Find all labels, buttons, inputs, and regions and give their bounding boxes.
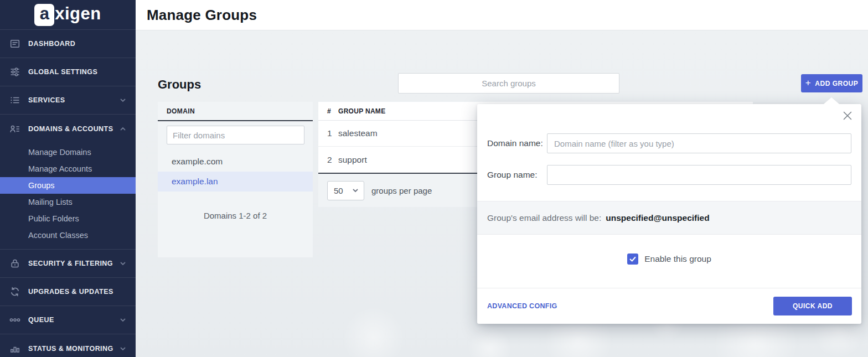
per-page-label: groups per page [371, 186, 432, 195]
per-page-select[interactable]: 50 [327, 181, 364, 200]
section-title: Groups [158, 77, 201, 92]
sidebar-item-manage-accounts[interactable]: Manage Accounts [0, 161, 136, 177]
sub-item-label: Groups [28, 181, 55, 190]
sidebar-item-public-folders[interactable]: Public Folders [0, 210, 136, 227]
enable-group-row: Enable this group [477, 253, 861, 265]
row-number: 1 [318, 128, 338, 138]
sidebar-item-label: STATUS & MONITORING [28, 345, 113, 353]
sidebar-item-queue[interactable]: QUEUE [0, 306, 136, 334]
domain-name-label: Domain name: [487, 138, 543, 148]
row-number: 2 [318, 155, 338, 165]
chevron-down-icon [119, 260, 127, 267]
logo-a-mark: a [34, 4, 54, 26]
chevron-down-icon [352, 187, 359, 194]
sidebar-item-manage-domains[interactable]: Manage Domains [0, 144, 136, 161]
email-prefix-label: Group's email address will be: [487, 213, 601, 223]
per-page-value: 50 [334, 186, 343, 195]
email-preview-value: unspecified@unspecified [606, 213, 709, 223]
topbar: Manage Groups [136, 0, 868, 30]
list-icon [9, 95, 20, 105]
sliders-icon [9, 67, 20, 77]
domain-column-header: DOMAIN [158, 102, 313, 121]
group-name: support [338, 155, 367, 165]
sidebar-item-account-classes[interactable]: Account Classes [0, 227, 136, 244]
sub-item-label: Manage Accounts [28, 164, 92, 173]
sync-icon [9, 287, 20, 297]
popup-domain-name-input[interactable] [547, 133, 851, 153]
domain-row-example-lan[interactable]: example.lan [158, 172, 313, 192]
lock-icon [9, 258, 20, 268]
domains-pagination: Domains 1-2 of 2 [158, 211, 313, 220]
filter-domains-input[interactable] [167, 126, 304, 144]
plus-icon: + [805, 77, 811, 89]
sidebar-item-global-settings[interactable]: GLOBAL SETTINGS [0, 58, 136, 86]
close-icon[interactable] [841, 110, 854, 122]
content-area: Groups + ADD GROUP DOMAIN example.com ex… [136, 30, 868, 357]
sidebar-item-label: SECURITY & FILTERING [28, 260, 113, 267]
popup-footer: ADVANCED CONFIG QUICK ADD [477, 288, 861, 324]
group-name-label: Group name: [487, 170, 537, 180]
page-title: Manage Groups [147, 7, 257, 24]
add-group-popup: Domain name: Group name: Group's email a… [477, 104, 861, 324]
sub-item-label: Manage Domains [28, 148, 91, 157]
logo-text: xigen [55, 4, 101, 25]
sidebar-item-groups[interactable]: Groups [0, 177, 136, 194]
dashboard-icon [9, 39, 20, 49]
chevron-down-icon [119, 316, 127, 324]
chevron-down-icon [119, 345, 127, 353]
sidebar-item-mailing-lists[interactable]: Mailing Lists [0, 194, 136, 210]
sidebar-item-label: QUEUE [28, 316, 54, 324]
queue-dots-icon [9, 315, 20, 325]
sidebar-item-domains-accounts[interactable]: DOMAINS & ACCOUNTS [0, 115, 136, 143]
user-list-icon [9, 124, 20, 134]
domain-name: example.lan [172, 177, 218, 187]
search-input[interactable] [398, 73, 619, 94]
enable-group-label: Enable this group [644, 254, 711, 264]
sidebar-item-upgrades-updates[interactable]: UPGRADES & UPDATES [0, 278, 136, 306]
domains-panel: DOMAIN example.com example.lan Domains 1… [158, 102, 313, 257]
add-group-button[interactable]: + ADD GROUP [801, 74, 862, 92]
sidebar-item-dashboard[interactable]: DASHBOARD [0, 30, 136, 58]
sub-item-label: Mailing Lists [28, 198, 73, 206]
group-name: salesteam [338, 128, 378, 138]
sidebar-item-services[interactable]: SERVICES [0, 86, 136, 115]
sidebar-item-label: SERVICES [28, 96, 65, 104]
column-header-number: # [318, 107, 338, 115]
domain-row-example-com[interactable]: example.com [158, 152, 313, 172]
sub-item-label: Public Folders [28, 214, 79, 223]
sub-item-label: Account Classes [28, 231, 88, 240]
domain-list: example.com example.lan [158, 152, 313, 192]
sidebar-item-security-filtering[interactable]: SECURITY & FILTERING [0, 250, 136, 278]
popup-caret [824, 97, 839, 104]
quick-add-button[interactable]: QUICK ADD [773, 297, 852, 315]
chevron-down-icon [119, 96, 127, 104]
bar-chart-icon [9, 344, 20, 354]
sidebar-item-label: GLOBAL SETTINGS [28, 68, 97, 76]
check-icon [629, 255, 637, 263]
column-header-group-name: GROUP NAME [338, 107, 385, 115]
enable-group-checkbox[interactable] [627, 253, 638, 265]
advanced-config-link[interactable]: ADVANCED CONFIG [487, 302, 557, 310]
popup-group-name-input[interactable] [547, 165, 851, 185]
sidebar-item-label: UPGRADES & UPDATES [28, 288, 113, 296]
email-preview-band: Group's email address will be: unspecifi… [477, 201, 861, 235]
add-group-label: ADD GROUP [815, 80, 858, 87]
axigen-logo: a xigen [0, 0, 136, 30]
domain-name: example.com [172, 157, 223, 167]
sidebar-item-label: DOMAINS & ACCOUNTS [28, 125, 113, 133]
sidebar-item-label: DASHBOARD [28, 40, 75, 48]
chevron-up-icon [119, 125, 127, 133]
app-window: a xigen DASHBOARD GLOBAL SETTINGS SERVIC… [0, 0, 868, 357]
sidebar-item-status-monitoring[interactable]: STATUS & MONITORING [0, 334, 136, 357]
domains-accounts-submenu: Manage Domains Manage Accounts Groups Ma… [0, 143, 136, 250]
sidebar: a xigen DASHBOARD GLOBAL SETTINGS SERVIC… [0, 0, 136, 357]
